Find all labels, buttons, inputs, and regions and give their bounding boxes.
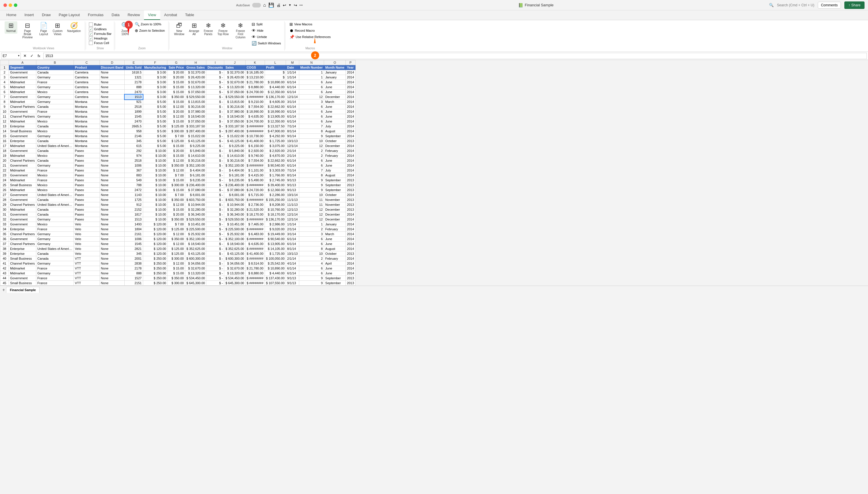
cell-L2[interactable]: $ [265, 70, 286, 75]
cell-E41[interactable]: 2838 [125, 261, 143, 266]
cell-N7[interactable]: 12 [299, 95, 324, 99]
cell-D15[interactable]: None [100, 134, 125, 139]
cell-C23[interactable]: Paseo [74, 173, 100, 178]
headings-checkbox[interactable]: ✓ Headings [89, 36, 112, 40]
cell-I15[interactable]: $ - [206, 134, 224, 139]
cell-A23[interactable]: Government [9, 173, 36, 178]
cell-N43[interactable]: 6 [299, 271, 324, 276]
cell-L17[interactable]: $ 3,075.00 [265, 144, 286, 148]
more-icon[interactable]: ··· [300, 3, 303, 7]
cell-P17[interactable]: 2014 [346, 144, 355, 148]
cell-F15[interactable]: $ 5.00 [143, 134, 167, 139]
cell-D38[interactable]: None [100, 246, 125, 251]
row-num-17[interactable]: 17 [0, 144, 9, 148]
cell-C3[interactable]: Carretera [74, 75, 100, 80]
freeze-first-col-button[interactable]: ❄ Freeze FirstColumn [231, 21, 249, 40]
cell-O12[interactable]: June [324, 119, 346, 124]
cell-G39[interactable]: $ 125.00 [167, 251, 185, 256]
cell-O11[interactable]: June [324, 114, 346, 119]
cell-O15[interactable]: September [324, 134, 346, 139]
cell-N10[interactable]: 6 [299, 109, 324, 114]
cell-J3[interactable]: $ 26,420.00 [224, 75, 245, 80]
cell-L45[interactable]: $ 107,550.00 [265, 281, 286, 286]
cell-N36[interactable]: 6 [299, 236, 324, 242]
cell-H12[interactable]: $ 37,050.00 [185, 119, 206, 124]
cell-e1[interactable]: Units Sold [125, 65, 143, 70]
cell-D13[interactable]: None [100, 124, 125, 129]
row-num-29[interactable]: 29 [0, 202, 9, 207]
cell-C7[interactable]: Carretera [74, 95, 100, 99]
row-num-22[interactable]: 22 [0, 168, 9, 173]
cell-J25[interactable]: $ 236,400.00 [224, 183, 245, 188]
cell-B18[interactable]: Canada [36, 148, 74, 153]
cell-M17[interactable]: 12/1/14 [286, 144, 299, 148]
cell-K13[interactable]: $ ######## [245, 124, 265, 129]
cell-E4[interactable]: 2178 [125, 80, 143, 85]
cell-C41[interactable]: VTT [74, 261, 100, 266]
corner-cell[interactable] [0, 60, 9, 65]
cell-G32[interactable]: $ 350.00 [167, 217, 185, 222]
cell-I12[interactable]: $ - [206, 119, 224, 124]
cell-B29[interactable]: United States of America [36, 202, 74, 207]
cell-O42[interactable]: June [324, 266, 346, 271]
cell-G25[interactable]: $ 300.00 [167, 183, 185, 188]
cell-M42[interactable]: 6/1/14 [286, 266, 299, 271]
cell-M36[interactable]: 6/1/14 [286, 236, 299, 242]
cell-F29[interactable]: $ 10.00 [143, 202, 167, 207]
cell-N6[interactable]: 6 [299, 90, 324, 95]
cell-O26[interactable]: September [324, 188, 346, 192]
col-header-b[interactable]: B [36, 60, 74, 65]
cell-L34[interactable]: $ 9,020.00 [265, 227, 286, 232]
cell-C22[interactable]: Paseo [74, 168, 100, 173]
cell-F23[interactable]: $ 10.00 [143, 173, 167, 178]
cell-G8[interactable]: $ 15.00 [167, 99, 185, 104]
cell-C26[interactable]: Paseo [74, 188, 100, 192]
cell-H40[interactable]: $ 600,300.00 [185, 256, 206, 261]
cell-I32[interactable]: $ - [206, 217, 224, 222]
cell-A26[interactable]: Midmarket [9, 188, 36, 192]
cell-E8[interactable]: 921 [125, 99, 143, 104]
cell-I18[interactable]: $ - [206, 148, 224, 153]
cell-H43[interactable]: $ 13,320.00 [185, 271, 206, 276]
cell-K7[interactable]: $ ######## [245, 95, 265, 99]
cell-H14[interactable]: $ 287,400.00 [185, 129, 206, 134]
cell-n1[interactable]: Month Number [299, 65, 324, 70]
cell-H3[interactable]: $ 26,420.00 [185, 75, 206, 80]
cell-O3[interactable]: January [324, 75, 346, 80]
cell-N17[interactable]: 12 [299, 144, 324, 148]
cell-O35[interactable]: March [324, 232, 346, 236]
cell-C17[interactable]: Montana [74, 144, 100, 148]
cell-P22[interactable]: 2014 [346, 168, 355, 173]
cell-B42[interactable]: France [36, 266, 74, 271]
sheet-container[interactable]: A B C D E F G H I J K L M N O P [0, 60, 868, 286]
close-button[interactable] [3, 3, 7, 7]
ruler-checkbox[interactable]: Ruler [89, 22, 112, 26]
cell-N41[interactable]: 4 [299, 261, 324, 266]
cell-E44[interactable]: 1527 [125, 276, 143, 281]
cell-E18[interactable]: 292 [125, 148, 143, 153]
cell-B28[interactable]: Canada [36, 197, 74, 202]
new-window-button[interactable]: 🗗 NewWindow [172, 21, 186, 37]
row-num-16[interactable]: 16 [0, 139, 9, 144]
cell-M6[interactable]: 6/1/14 [286, 90, 299, 95]
cell-J45[interactable]: $ 645,300.00 [224, 281, 245, 286]
cell-L27[interactable]: $ 2,286.00 [265, 192, 286, 197]
cell-E42[interactable]: 2178 [125, 266, 143, 271]
cell-B27[interactable]: United States of America [36, 192, 74, 197]
cell-O18[interactable]: February [324, 148, 346, 153]
cell-B22[interactable]: France [36, 168, 74, 173]
cell-E2[interactable]: 1618.5 [125, 70, 143, 75]
cell-p1[interactable]: Year [346, 65, 355, 70]
cell-P38[interactable]: 2014 [346, 246, 355, 251]
cell-D5[interactable]: None [100, 85, 125, 90]
cell-F16[interactable]: $ 5.00 [143, 139, 167, 144]
cell-G38[interactable]: $ 125.00 [167, 246, 185, 251]
cell-P43[interactable]: 2014 [346, 271, 355, 276]
cell-E22[interactable]: 367 [125, 168, 143, 173]
cell-J21[interactable]: $ 352,100.00 [224, 163, 245, 168]
cell-O10[interactable]: June [324, 109, 346, 114]
cell-L40[interactable]: $ 100,050.00 [265, 256, 286, 261]
cell-K26[interactable]: $ 24,720.00 [245, 188, 265, 192]
window-controls[interactable] [3, 3, 17, 7]
cell-D7[interactable]: None [100, 95, 125, 99]
